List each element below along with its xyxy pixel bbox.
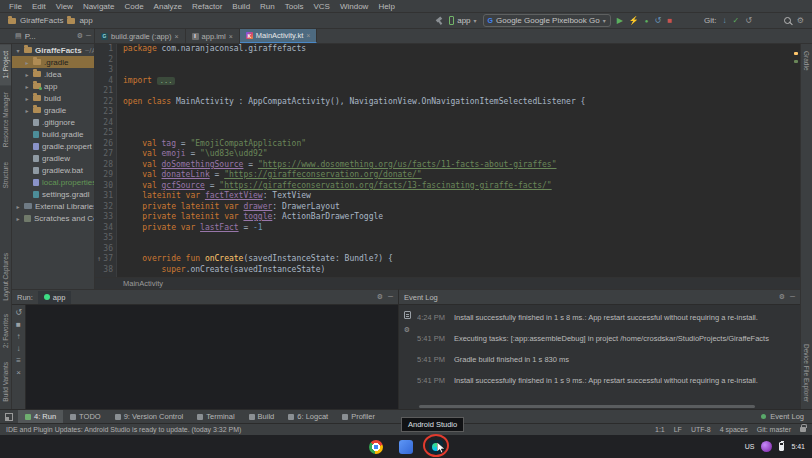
tree-item-local-properties[interactable]: local.properties [12, 176, 94, 188]
breadcrumb-project[interactable]: GiraffeFacts [20, 16, 63, 25]
tree-item-idea[interactable]: ▸.idea [12, 68, 94, 80]
run-config-selector[interactable]: app ▾ [449, 16, 476, 25]
gear-icon[interactable]: ⚙ [77, 31, 83, 41]
device-selector[interactable]: G Google Google Pixelbook Go ▾ [483, 14, 611, 27]
menu-build[interactable]: Build [227, 2, 255, 11]
tool-tab-todo[interactable]: TODO [63, 410, 108, 423]
tool-tab-4-run[interactable]: 4: Run [18, 410, 63, 423]
profiler-button[interactable]: ↺ [654, 16, 661, 26]
editor-tab-app-iml[interactable]: Iapp.iml× [186, 29, 240, 43]
project-tool-window[interactable]: ▾GiraffeFacts ~/Andr▸.gradle▸.idea▸app▸b… [12, 44, 95, 289]
close-tab-icon[interactable]: × [174, 33, 178, 40]
apply-changes-icon[interactable]: ⚡ [629, 16, 639, 26]
status-1-1[interactable]: 1:1 [655, 426, 665, 433]
tool-window-switcher-icon[interactable] [5, 413, 13, 421]
close-tab-icon[interactable]: × [306, 32, 310, 39]
menu-navigate[interactable]: Navigate [78, 2, 120, 11]
stop-button[interactable]: ■ [667, 16, 672, 26]
keyboard-layout-indicator[interactable]: US [745, 443, 755, 450]
code-editor[interactable]: 1package com.naranjaconsal.giraffefacts2… [95, 44, 800, 277]
menu-run[interactable]: Run [255, 2, 280, 11]
menu-refactor[interactable]: Refactor [187, 2, 227, 11]
build-hammer-icon[interactable] [435, 17, 443, 25]
up-icon[interactable]: ↑ [17, 333, 21, 341]
gear-icon[interactable]: ⚙ [377, 292, 383, 302]
editor-tab-build-gradle-app[interactable]: Gbuild.gradle (:app)× [95, 29, 186, 43]
tree-item-gradle-propert[interactable]: gradle.propert [12, 140, 94, 152]
tree-item-settings-gradl[interactable]: settings.gradl [12, 188, 94, 200]
tool-tab-profiler[interactable]: Profiler [335, 410, 382, 423]
clear-icon[interactable]: × [16, 369, 21, 377]
hide-panel-icon[interactable]: ─ [86, 31, 91, 41]
tool-tab-terminal[interactable]: Terminal [190, 410, 241, 423]
close-tab-icon[interactable]: × [229, 33, 233, 40]
tree-item-build[interactable]: ▸build [12, 92, 94, 104]
menu-view[interactable]: View [51, 2, 78, 11]
event-log-toggle[interactable]: Event Log [761, 412, 804, 421]
tree-item-giraffefacts[interactable]: ▾GiraffeFacts ~/Andr [12, 44, 94, 56]
tool-button-structure[interactable]: Structure [0, 155, 11, 195]
tool-tab-9-version-control[interactable]: 9: Version Control [108, 410, 191, 423]
tree-item-gitignore[interactable]: .gitignore [12, 116, 94, 128]
tool-button-build-variants[interactable]: Build Variants [0, 355, 11, 409]
tree-item-external-libraries[interactable]: ▸External Libraries [12, 200, 94, 212]
horizontal-scrollbar[interactable] [419, 405, 755, 408]
avatar[interactable] [761, 441, 772, 452]
rerun-icon[interactable]: ↺ [15, 309, 22, 317]
editor-tab-mainactivity-kt[interactable]: KMainActivity.kt× [240, 29, 317, 43]
git-update-icon[interactable]: ↓ [722, 16, 726, 26]
breadcrumb-module[interactable]: app [79, 16, 92, 25]
down-icon[interactable]: ↓ [17, 345, 21, 353]
menu-file[interactable]: File [4, 2, 27, 11]
tool-button-2-favorites[interactable]: 2: Favorites [0, 307, 11, 355]
taskbar-system-tray[interactable]: US 5:41 [745, 435, 805, 458]
tree-item-gradle[interactable]: ▸gradle [12, 104, 94, 116]
stop-icon[interactable]: ■ [16, 321, 21, 329]
tool-tab-6-logcat[interactable]: 6: Logcat [281, 410, 335, 423]
tool-tab-build[interactable]: Build [242, 410, 282, 423]
menu-window[interactable]: Window [335, 2, 373, 11]
hide-panel-icon[interactable]: ─ [388, 292, 393, 302]
status-utf-8[interactable]: UTF-8 [691, 426, 711, 433]
tool-button-resource-manager[interactable]: Resource Manager [0, 85, 11, 154]
settings-gear-icon[interactable]: ⚙ [797, 16, 804, 26]
run-button[interactable]: ▶ [617, 16, 623, 26]
search-icon[interactable] [784, 17, 791, 24]
project-panel-title[interactable]: P... [25, 32, 36, 41]
menu-help[interactable]: Help [373, 2, 399, 11]
menu-edit[interactable]: Edit [27, 2, 51, 11]
menu-code[interactable]: Code [119, 2, 148, 11]
breadcrumb-class[interactable]: MainActivity [123, 279, 163, 288]
tool-button-gradle[interactable]: Gradle [801, 44, 812, 78]
run-tab-app[interactable]: app [38, 291, 72, 304]
git-commit-icon[interactable]: ✓ [732, 16, 739, 26]
clock[interactable]: 5:41 [791, 443, 805, 450]
tree-item-gradlew-bat[interactable]: gradlew.bat [12, 164, 94, 176]
tree-item-scratches-and-co[interactable]: ▸Scratches and Co [12, 212, 94, 224]
tool-button-1-project[interactable]: 1: Project [0, 44, 11, 85]
menu-icon[interactable]: ≡ [16, 357, 21, 365]
status-message[interactable]: IDE and Plugin Updates: Android Studio i… [6, 426, 241, 433]
menu-analyze[interactable]: Analyze [149, 2, 187, 11]
log-settings-icon[interactable] [404, 311, 411, 319]
status-4-spaces[interactable]: 4 spaces [720, 426, 748, 433]
status-lf[interactable]: LF [674, 426, 682, 433]
menu-vcs[interactable]: VCS [308, 2, 334, 11]
event-log-body[interactable]: ⚙ 4:24 PMInstall successfully finished i… [399, 305, 800, 410]
wrench-icon[interactable]: ⚙ [404, 325, 410, 335]
tree-item-build-gradle[interactable]: build.gradle [12, 128, 94, 140]
tree-item-gradlew[interactable]: gradlew [12, 152, 94, 164]
gear-icon[interactable]: ⚙ [779, 292, 785, 302]
hide-panel-icon[interactable]: ─ [790, 292, 795, 302]
status-git-master[interactable]: Git: master [757, 426, 791, 433]
run-console[interactable]: ↺■↑↓≡× [12, 305, 398, 410]
lock-icon[interactable] [800, 427, 806, 432]
tool-button-device-file-explorer[interactable]: Device File Explorer [801, 337, 812, 409]
debug-button[interactable]: ● [645, 16, 649, 26]
tree-item-gradle[interactable]: ▸.gradle [12, 56, 94, 68]
chrome-icon[interactable] [369, 440, 383, 454]
files-icon[interactable] [399, 440, 413, 454]
tool-button-layout-captures[interactable]: Layout Captures [0, 246, 11, 308]
menu-tools[interactable]: Tools [280, 2, 309, 11]
tree-item-app[interactable]: ▸app [12, 80, 94, 92]
